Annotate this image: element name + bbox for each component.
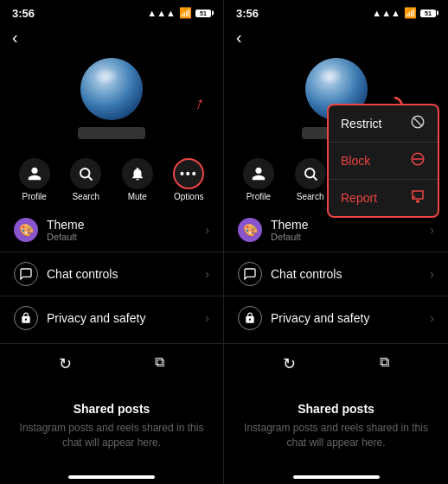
right-theme-item-left: 🎨 Theme Default [238, 218, 309, 242]
left-menu-list: 🎨 Theme Default › Chat controls › [0, 205, 223, 343]
report-icon [410, 188, 426, 207]
privacy-label: Privacy and safety [47, 311, 145, 325]
right-chat-controls-left: Chat controls [238, 262, 342, 286]
right-chat-controls-icon [238, 262, 262, 286]
svg-line-5 [413, 118, 423, 127]
left-refresh-icon[interactable]: ↻ [55, 351, 75, 377]
right-chat-controls-arrow: › [430, 267, 434, 281]
theme-sub: Default [47, 232, 85, 242]
right-share-icon[interactable]: ⧉ [376, 351, 393, 377]
left-mute-label: Mute [128, 192, 147, 201]
left-profile-section [0, 51, 223, 150]
right-status-bar: 3:56 ▲▲▲ 📶 51 [224, 0, 448, 24]
report-option[interactable]: Report [329, 180, 438, 216]
mute-icon-circle [122, 158, 153, 189]
left-shared-desc: Instagram posts and reels shared in this… [14, 421, 209, 450]
left-back-button[interactable]: ‹ [0, 24, 223, 51]
avatar-bg [80, 58, 143, 120]
report-label: Report [341, 191, 377, 205]
svg-line-1 [89, 176, 93, 180]
block-label: Block [341, 154, 370, 168]
left-chat-controls-item[interactable]: Chat controls › [0, 252, 223, 296]
right-avatar-shine [318, 67, 342, 85]
left-theme-item[interactable]: 🎨 Theme Default › [0, 208, 223, 252]
right-theme-arrow: › [430, 223, 434, 237]
chat-controls-label: Chat controls [47, 267, 118, 281]
left-time: 3:56 [12, 7, 35, 20]
right-back-button[interactable]: ‹ [224, 24, 448, 51]
right-menu-list: 🎨 Theme Default › Chat controls › [224, 205, 448, 343]
left-profile-label: Profile [22, 192, 47, 201]
right-theme-label: Theme [271, 218, 309, 232]
right-shared-desc: Instagram posts and reels shared in this… [238, 421, 434, 450]
theme-item-left: 🎨 Theme Default [14, 218, 85, 242]
block-option[interactable]: Block [329, 143, 438, 180]
chat-controls-icon [14, 262, 38, 286]
right-theme-sub: Default [271, 232, 309, 242]
left-options-label: Options [174, 192, 203, 201]
left-search-label: Search [72, 192, 99, 201]
right-chat-controls-item[interactable]: Chat controls › [224, 252, 448, 296]
chat-controls-arrow: › [205, 267, 209, 281]
right-search-btn[interactable]: Search [295, 158, 326, 201]
left-options-btn[interactable]: ••• Options [173, 158, 204, 201]
right-profile-btn[interactable]: Profile [243, 158, 274, 201]
right-search-icon-circle [295, 158, 326, 189]
privacy-icon [14, 306, 38, 330]
battery-icon: 51 [195, 10, 211, 17]
options-dropdown: Restrict Block Report [327, 104, 439, 218]
right-search-label: Search [297, 192, 324, 201]
left-panel: 3:56 ▲▲▲ 📶 51 ‹ Profile [0, 0, 224, 484]
right-refresh-icon[interactable]: ↻ [279, 351, 299, 377]
svg-rect-8 [417, 201, 419, 202]
left-username [78, 127, 146, 139]
restrict-label: Restrict [341, 117, 381, 131]
right-wifi-icon: 📶 [404, 7, 417, 19]
right-status-icons: ▲▲▲ 📶 51 [372, 7, 436, 19]
svg-point-0 [80, 169, 90, 178]
signal-icon: ▲▲▲ [147, 8, 176, 18]
right-battery-icon: 51 [420, 10, 436, 17]
left-status-bar: 3:56 ▲▲▲ 📶 51 [0, 0, 223, 24]
block-icon [410, 151, 426, 170]
right-bottom-icons: ↻ ⧉ [224, 343, 448, 380]
right-privacy-left: Privacy and safety [238, 306, 369, 330]
search-icon-circle [70, 158, 101, 189]
left-profile-btn[interactable]: Profile [19, 158, 50, 201]
theme-icon: 🎨 [14, 218, 38, 242]
right-shared-title: Shared posts [298, 402, 374, 416]
options-icon-circle: ••• [173, 158, 204, 189]
privacy-arrow: › [205, 311, 209, 325]
wifi-icon: 📶 [179, 7, 192, 19]
left-privacy-item[interactable]: Privacy and safety › [0, 296, 223, 340]
left-action-buttons: Profile Search Mute ••• Options [0, 150, 223, 205]
right-profile-icon-circle [243, 158, 274, 189]
avatar-shine [94, 67, 118, 85]
right-chat-controls-label: Chat controls [271, 267, 342, 281]
right-panel: 3:56 ▲▲▲ 📶 51 ‹ Profile [224, 0, 448, 484]
privacy-left: Privacy and safety [14, 306, 145, 330]
right-home-indicator [293, 475, 380, 479]
right-profile-label: Profile [246, 192, 271, 201]
restrict-icon [410, 114, 426, 133]
right-shared-section: Shared posts Instagram posts and reels s… [224, 380, 448, 472]
right-theme-text-block: Theme Default [271, 218, 309, 242]
left-search-btn[interactable]: Search [70, 158, 101, 201]
theme-text-block: Theme Default [47, 218, 85, 242]
right-privacy-item[interactable]: Privacy and safety › [224, 296, 448, 340]
restrict-option[interactable]: Restrict [329, 105, 438, 143]
svg-point-2 [305, 169, 315, 178]
left-home-indicator [68, 475, 155, 479]
right-signal-icon: ▲▲▲ [372, 8, 400, 18]
left-share-icon[interactable]: ⧉ [151, 351, 168, 377]
profile-icon-circle [19, 158, 50, 189]
right-privacy-icon [238, 306, 262, 330]
svg-line-3 [313, 176, 317, 180]
left-bottom-icons: ↻ ⧉ [0, 343, 223, 380]
right-privacy-label: Privacy and safety [271, 311, 369, 325]
chat-controls-left: Chat controls [14, 262, 118, 286]
left-mute-btn[interactable]: Mute [122, 158, 153, 201]
left-shared-section: Shared posts Instagram posts and reels s… [0, 380, 223, 472]
left-shared-title: Shared posts [74, 402, 150, 416]
left-status-icons: ▲▲▲ 📶 51 [147, 7, 211, 19]
